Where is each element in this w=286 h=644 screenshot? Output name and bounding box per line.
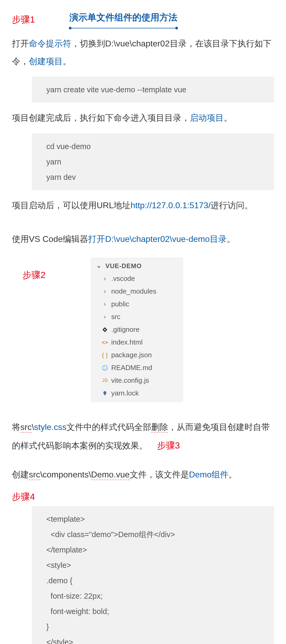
- paragraph-4: 使用VS Code编辑器打开D:\vue\chapter02\vue-demo目…: [12, 230, 274, 248]
- page-title: 演示单文件组件的使用方法: [69, 11, 177, 28]
- chevron-right-icon: ›: [101, 274, 109, 283]
- tree-file: <> index.html: [91, 336, 183, 349]
- code-line: <template>: [46, 511, 260, 527]
- link-demo-component: Demo组件: [189, 470, 229, 479]
- code-line: </template>: [46, 542, 260, 558]
- file-label: package.json: [111, 350, 152, 360]
- text: 打开: [12, 39, 29, 48]
- step-1-label: 步骤1: [12, 13, 35, 26]
- gitignore-icon: [101, 327, 109, 333]
- link-style-css: style.css: [34, 422, 67, 432]
- underlined: src: [20, 422, 32, 433]
- info-icon: i: [101, 365, 109, 371]
- text: 文件，该文件是: [130, 470, 189, 479]
- code-line: yarn: [46, 154, 260, 169]
- link-cmd-prompt: 命令提示符: [29, 39, 71, 48]
- tree-root-label: VUE-DEMO: [105, 261, 142, 271]
- paragraph-3: 项目启动后，可以使用URL地址http://127.0.0.1:5173/进行访…: [12, 197, 274, 214]
- tree-file: i README.md: [91, 362, 183, 374]
- folder-label: node_modules: [111, 286, 157, 297]
- folder-label: public: [111, 299, 129, 309]
- folder-label: .vscode: [111, 273, 135, 284]
- svg-point-0: [104, 329, 106, 330]
- text: 使用VS Code编辑器: [12, 234, 88, 244]
- step-2-label: 步骤2: [23, 268, 46, 282]
- code-line: font-size: 22px;: [46, 588, 260, 604]
- json-icon: { }: [101, 351, 109, 359]
- tree-file: { } package.json: [91, 349, 183, 362]
- file-label: README.md: [111, 363, 152, 373]
- paragraph-5-row: 将src\style.css文件中的样式代码全部删除，从而避免项目创建时自带的样…: [12, 418, 274, 455]
- text: \components\: [40, 470, 91, 479]
- text: 进行访问。: [211, 201, 253, 210]
- tree-folder: › public: [91, 298, 183, 311]
- html-icon: <>: [101, 338, 109, 346]
- paragraph-5: 将src\style.css文件中的样式代码全部删除，从而避免项目创建时自带的样…: [12, 418, 274, 455]
- code-line: <div class="demo">Demo组件</div>: [46, 527, 260, 542]
- step-4-label: 步骤4: [12, 490, 274, 503]
- tree-folder: › node_modules: [91, 285, 183, 298]
- step-2-row: 步骤2 ⌄ VUE-DEMO › .vscode › node_modules …: [12, 258, 274, 402]
- underlined: Demo.vue: [91, 470, 130, 480]
- tree-file: JS vite.config.js: [91, 374, 183, 387]
- text: 。: [229, 470, 237, 479]
- folder-label: src: [111, 312, 120, 322]
- link-create-project: 创建项目: [29, 56, 63, 66]
- title-wrap: 演示单文件组件的使用方法: [69, 11, 177, 28]
- chevron-right-icon: ›: [101, 312, 109, 321]
- code-block-1: yarn create vite vue-demo --template vue: [32, 77, 274, 103]
- header-row: 步骤1 演示单文件组件的使用方法: [12, 11, 274, 28]
- code-block-2: cd vue-demo yarn yarn dev: [32, 133, 274, 190]
- code-line: yarn create vite vue-demo --template vue: [46, 82, 260, 97]
- text: 。: [224, 113, 232, 123]
- code-line: }: [46, 619, 260, 634]
- code-line: font-weight: bold;: [46, 604, 260, 619]
- code-line: </style>: [46, 634, 260, 644]
- file-tree: ⌄ VUE-DEMO › .vscode › node_modules › pu…: [91, 258, 183, 402]
- chevron-right-icon: ›: [101, 300, 109, 308]
- tree-file: .gitignore: [91, 323, 183, 336]
- text: 项目启动后，可以使用URL地址: [12, 201, 131, 210]
- text: \: [32, 422, 34, 432]
- svg-text:i: i: [104, 366, 105, 370]
- code-line: yarn dev: [46, 169, 260, 185]
- underlined: 删除: [151, 422, 168, 433]
- link-open-dir: 打开D:\vue\chapter02\vue-demo目录: [88, 234, 227, 244]
- chevron-down-icon: ⌄: [95, 261, 103, 270]
- file-label: .gitignore: [111, 324, 140, 335]
- js-icon: JS: [101, 377, 109, 384]
- link-url: http://127.0.0.1:5173/: [131, 201, 211, 210]
- file-label: vite.config.js: [111, 375, 149, 386]
- text: 创建: [12, 470, 29, 479]
- link-start-project: 启动项目: [190, 113, 224, 123]
- tree-folder: › src: [91, 311, 183, 323]
- paragraph-2: 项目创建完成后，执行如下命令进入项目目录，启动项目。: [12, 109, 274, 127]
- file-label: index.html: [111, 337, 143, 347]
- tree-header: ⌄ VUE-DEMO: [91, 260, 183, 272]
- code-block-3: <template> <div class="demo">Demo组件</div…: [32, 506, 274, 644]
- code-line: cd vue-demo: [46, 139, 260, 154]
- text: 。: [63, 56, 71, 66]
- yarn-icon: [101, 390, 109, 396]
- underlined: src: [29, 470, 40, 480]
- text: 项目创建完成后，执行如下命令进入项目目录，: [12, 113, 190, 123]
- text: 。: [227, 234, 235, 244]
- text: 将: [12, 422, 20, 432]
- file-label: yarn.lock: [111, 388, 139, 398]
- chevron-right-icon: ›: [101, 287, 109, 296]
- step-3-label: 步骤3: [157, 440, 180, 450]
- paragraph-6: 创建src\components\Demo.vue文件，该文件是Demo组件。: [12, 466, 274, 484]
- text: 文件中的样式代码全部: [66, 422, 151, 432]
- paragraph-1: 打开命令提示符，切换到D:\vue\chapter02目录，在该目录下执行如下令…: [12, 35, 274, 70]
- tree-folder: › .vscode: [91, 272, 183, 285]
- title-underline: [69, 28, 177, 28]
- code-line: .demo {: [46, 573, 260, 588]
- code-line: <style>: [46, 558, 260, 573]
- tree-file: yarn.lock: [91, 387, 183, 400]
